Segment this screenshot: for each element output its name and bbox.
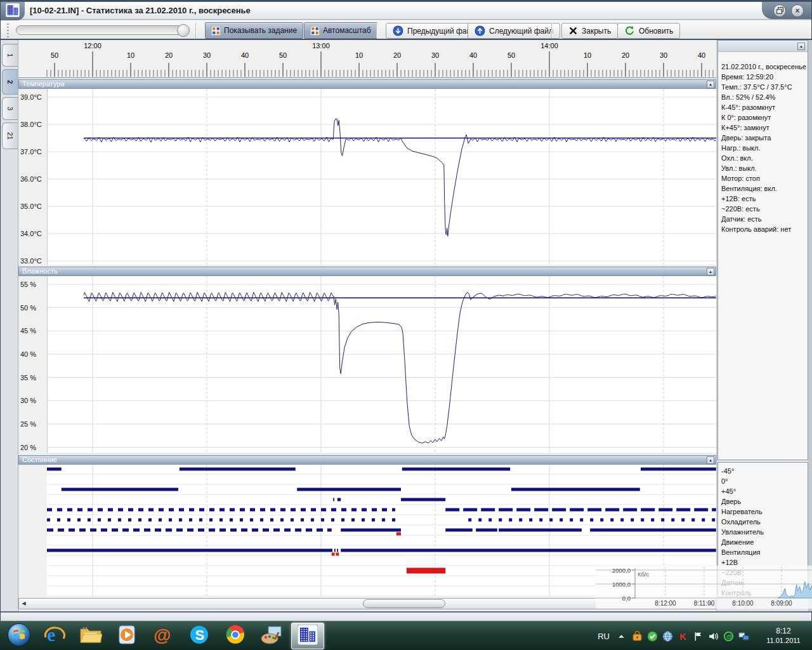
prev-file-label: Предыдущий файл xyxy=(407,27,475,36)
svg-text:@: @ xyxy=(726,633,731,640)
legend-label: Движение xyxy=(721,537,806,547)
temperature-panel-header: Температура xyxy=(18,79,716,89)
svg-text:20 %: 20 % xyxy=(20,444,36,451)
svg-text:45 %: 45 % xyxy=(20,327,36,335)
security-ok-icon[interactable] xyxy=(646,630,658,642)
info-line: Датчик: есть xyxy=(721,214,806,224)
svg-text:38.0°C: 38.0°C xyxy=(20,121,42,128)
task-pattern-icon xyxy=(211,26,221,36)
refresh-label: Обновить xyxy=(639,27,673,36)
info-panel-strip xyxy=(718,41,808,52)
svg-text:30: 30 xyxy=(203,51,211,59)
side-tab-3[interactable]: 3 xyxy=(2,97,18,120)
autoscale-toggle[interactable]: Автомасштаб xyxy=(304,22,377,39)
svg-text:50 %: 50 % xyxy=(20,304,36,312)
clock-date: 11.01.2011 xyxy=(759,636,808,646)
legend-label: Вентиляция xyxy=(721,547,806,557)
collapse-panel-button[interactable] xyxy=(707,81,714,88)
taskbar-item-mail[interactable]: @ xyxy=(147,623,180,649)
show-task-toggle[interactable]: Показывать задание xyxy=(205,22,303,39)
humidity-panel-title: Влажность xyxy=(22,267,58,275)
svg-text:20: 20 xyxy=(393,51,401,59)
mail-agent-icon[interactable]: @ xyxy=(723,630,734,642)
time-ruler[interactable]: 12:0013:0014:005010203040501020304050102… xyxy=(18,40,716,78)
info-line: Время: 12:59:20 xyxy=(721,72,806,82)
taskbar-item-skype[interactable]: S xyxy=(183,623,216,649)
svg-text:50: 50 xyxy=(508,51,515,59)
internet-explorer-icon: e xyxy=(44,624,65,648)
svg-text:8:11:00: 8:11:00 xyxy=(694,600,715,607)
taskbar-item-stat-app[interactable] xyxy=(291,623,324,649)
updates-icon[interactable] xyxy=(631,630,643,642)
info-line: Темп.: 37.5°C / 37.5°C xyxy=(721,82,806,92)
taskbar-item-windows-explorer[interactable] xyxy=(74,623,107,649)
start-button[interactable] xyxy=(4,623,34,649)
scroll-left-arrow-icon[interactable] xyxy=(20,599,28,609)
clock-time: 8:12 xyxy=(759,627,808,636)
close-window-button[interactable]: × xyxy=(791,4,804,17)
info-line: Охл.: вкл. xyxy=(721,153,806,163)
clock[interactable]: 8:12 11.01.2011 xyxy=(759,627,808,646)
stat-app-icon xyxy=(298,625,318,647)
start-icon xyxy=(7,623,31,649)
svg-text:0,0: 0,0 xyxy=(622,595,631,602)
legend-label: Охладитель xyxy=(721,517,806,527)
svg-text:34.0°C: 34.0°C xyxy=(20,230,42,237)
system-tray: RU K@ 8:12 11.01.2011 xyxy=(598,621,808,650)
network-icon[interactable] xyxy=(738,630,749,642)
collapse-panel-button[interactable] xyxy=(707,456,714,464)
side-tab-2[interactable]: 2 xyxy=(2,69,18,95)
svg-text:S: S xyxy=(195,627,205,643)
svg-text:50: 50 xyxy=(279,51,287,59)
scrollbar-thumb[interactable] xyxy=(363,599,445,608)
svg-text:40: 40 xyxy=(698,51,705,59)
side-tab-1[interactable]: 1 xyxy=(2,44,18,67)
window-controls-corner xyxy=(762,2,811,19)
svg-text:30: 30 xyxy=(660,51,667,59)
temperature-chart[interactable]: 39.0°C38.0°C37.0°C36.0°C35.0°C34.0°C33.0… xyxy=(18,89,716,265)
side-tab-21[interactable]: 21 xyxy=(2,123,18,149)
temperature-panel-title: Температура xyxy=(22,80,65,88)
svg-text:K: K xyxy=(679,632,686,642)
show-task-label: Показывать задание xyxy=(224,26,297,35)
taskbar-item-internet-explorer[interactable]: e xyxy=(38,623,71,649)
svg-text:55 %: 55 % xyxy=(20,281,36,288)
collapse-panel-button[interactable] xyxy=(797,43,805,50)
volume-icon[interactable] xyxy=(707,630,719,642)
svg-text:20: 20 xyxy=(165,51,173,59)
temperature-panel: Температура 39.0°C38.0°C37.0°C36.0°C35.0… xyxy=(18,79,716,265)
mail-icon: @ xyxy=(153,625,173,647)
legend-label: Нагреватель xyxy=(721,507,806,517)
svg-text:30 %: 30 % xyxy=(20,397,36,404)
svg-text:Кб/с: Кб/с xyxy=(638,571,650,578)
svg-text:25 %: 25 % xyxy=(20,420,36,428)
next-file-button[interactable]: Следующий файл xyxy=(468,23,560,39)
state-panel-header: Состояние xyxy=(18,455,716,465)
language-indicator[interactable]: RU xyxy=(598,632,610,641)
info-line: Увл.: выкл. xyxy=(721,163,806,173)
svg-text:2000,0: 2000,0 xyxy=(612,567,631,574)
skype-icon: S xyxy=(189,625,209,647)
info-line: Вл.: 52% / 52.4% xyxy=(721,92,806,102)
svg-text:@: @ xyxy=(154,625,171,645)
svg-text:36.0°C: 36.0°C xyxy=(20,175,42,183)
taskbar-item-media-player[interactable] xyxy=(110,623,143,649)
timeline-slider[interactable] xyxy=(16,25,188,35)
refresh-button[interactable]: Обновить xyxy=(617,23,680,39)
close-file-button[interactable]: Закрыть xyxy=(561,23,618,39)
kaspersky-icon[interactable]: K xyxy=(677,630,688,642)
taskbar-item-paint[interactable] xyxy=(255,623,288,649)
legend-label: +45° xyxy=(721,486,806,496)
paint-icon xyxy=(261,625,282,647)
collapse-panel-button[interactable] xyxy=(707,268,714,275)
info-line: +12В: есть xyxy=(721,194,806,204)
humidity-chart[interactable]: 55 %50 %45 %40 %35 %30 %25 %20 % xyxy=(18,276,716,453)
taskbar-item-chrome[interactable] xyxy=(219,623,252,649)
svg-text:40: 40 xyxy=(241,51,249,59)
restore-window-button[interactable] xyxy=(773,4,786,17)
browser-globe-icon[interactable] xyxy=(662,630,673,642)
toolbar-grip[interactable] xyxy=(7,23,9,37)
timeline-slider-thumb[interactable] xyxy=(177,24,190,37)
hidden-icons-caret-icon[interactable] xyxy=(615,630,627,642)
flag-icon[interactable] xyxy=(692,630,704,642)
